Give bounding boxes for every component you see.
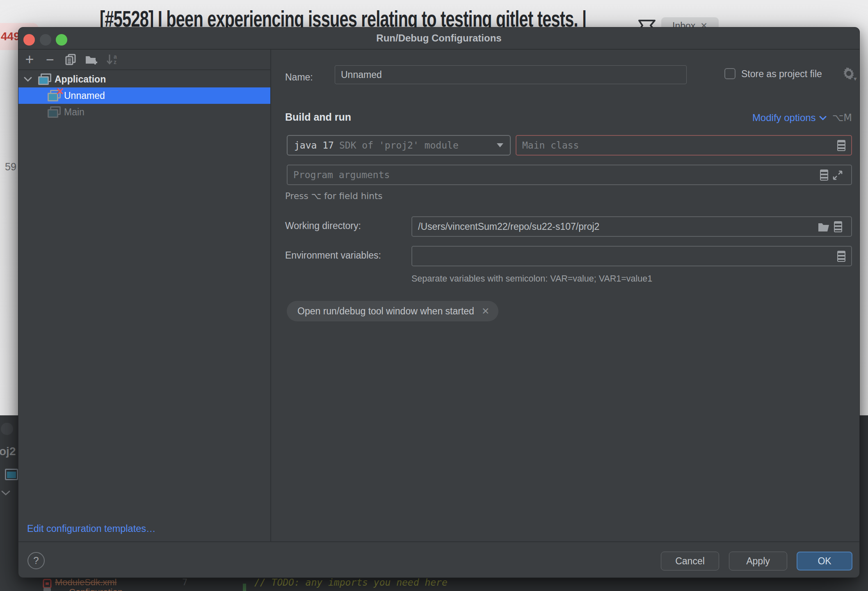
- build-and-run-heading: Build and run: [285, 111, 351, 123]
- program-arguments-input[interactable]: [287, 165, 852, 185]
- gear-chevron-icon: ▾: [854, 75, 857, 82]
- open-tool-window-tag[interactable]: Open run/debug tool window when started …: [287, 301, 498, 321]
- macros-icon[interactable]: [834, 221, 842, 232]
- application-type-icon: [38, 73, 51, 85]
- modify-options-control: Modify options ⌥M: [752, 112, 852, 124]
- project-tree-file-name[interactable]: ModuleSdk.xml: [55, 577, 116, 588]
- main-class-browse-icon[interactable]: [837, 140, 845, 151]
- store-as-project-file-label: Store as project file: [741, 66, 822, 81]
- xml-file-icon: [43, 579, 52, 589]
- cancel-button[interactable]: Cancel: [661, 552, 719, 570]
- environment-variables-browse-icon[interactable]: [837, 251, 845, 262]
- footer-divider: [18, 541, 859, 542]
- chevron-down-icon: [819, 116, 827, 120]
- ide-chevron-down-icon: [1, 490, 11, 496]
- tag-close-icon[interactable]: ✕: [482, 306, 489, 317]
- sdk-name: java 17: [294, 140, 334, 151]
- program-arguments-icons: [820, 170, 843, 181]
- dialog-title: Run/Debug Configurations: [18, 27, 859, 50]
- apply-button[interactable]: Apply: [729, 552, 787, 570]
- folder-browse-icon[interactable]: [818, 222, 830, 232]
- ok-button[interactable]: OK: [797, 552, 852, 570]
- working-directory-icons: [818, 221, 842, 232]
- field-hints-text: Press ⌥ for field hints: [285, 191, 383, 202]
- tree-item-label: Unnamed: [64, 90, 105, 101]
- application-dimmed-icon: [48, 106, 61, 118]
- gutter-line-number: 59: [5, 161, 16, 173]
- environment-variables-label: Environment variables:: [285, 250, 381, 261]
- dropdown-arrow-icon: [497, 143, 503, 147]
- help-button[interactable]: ?: [27, 552, 45, 569]
- configurations-toolbar: + − az: [18, 50, 270, 69]
- tag-label: Open run/debug tool window when started: [297, 306, 474, 317]
- editor-code-comment: // TODO: any imports you need here: [254, 577, 448, 588]
- modify-options-link[interactable]: Modify options: [752, 112, 827, 124]
- jre-sdk-select[interactable]: java 17 SDK of 'proj2' module: [287, 135, 511, 156]
- sdk-description: SDK of 'proj2' module: [339, 140, 491, 151]
- expand-field-icon[interactable]: [832, 170, 843, 181]
- field-hints-label: Press ⌥ for field hints: [285, 191, 383, 201]
- store-as-project-file-checkbox[interactable]: [724, 68, 736, 79]
- chevron-down-icon[interactable]: [23, 77, 32, 82]
- name-label: Name:: [285, 70, 313, 84]
- dialog-titlebar: Run/Debug Configurations: [18, 27, 859, 50]
- sort-configurations-button[interactable]: az: [101, 50, 122, 69]
- project-tree-item-partial: Configuration: [69, 587, 123, 591]
- tree-item-main[interactable]: Main: [18, 104, 270, 120]
- add-configuration-button[interactable]: +: [19, 50, 40, 69]
- copy-configuration-button[interactable]: [60, 50, 81, 69]
- panel-divider: [270, 50, 271, 541]
- editor-line-number: 7: [182, 577, 187, 587]
- working-directory-input[interactable]: [411, 216, 852, 237]
- application-invalid-icon: ✕: [48, 90, 61, 101]
- env-variables-hint: Separate variables with semicolon: VAR=v…: [411, 274, 652, 284]
- edit-configuration-templates-link[interactable]: Edit configuration templates…: [27, 523, 156, 534]
- notification-count: 449: [1, 30, 20, 43]
- run-debug-configurations-dialog: Run/Debug Configurations + − az Appl: [18, 27, 860, 578]
- name-input[interactable]: [335, 65, 687, 84]
- main-class-input[interactable]: [516, 135, 852, 156]
- tree-group-label: Application: [55, 74, 106, 85]
- ide-avatar-circle: [1, 423, 13, 435]
- editor-change-marker: [243, 584, 246, 591]
- toolbar-divider: [18, 69, 270, 70]
- ide-project-name-fragment: oj2: [0, 445, 16, 458]
- project-tree-item-icon: [43, 588, 51, 591]
- modify-options-label: Modify options: [752, 112, 816, 124]
- tree-item-unnamed[interactable]: ✕ Unnamed: [18, 87, 270, 104]
- modify-options-shortcut: ⌥M: [832, 112, 852, 124]
- macros-icon[interactable]: [820, 170, 828, 181]
- remove-configuration-button[interactable]: −: [40, 50, 60, 69]
- tree-item-label: Main: [64, 107, 85, 118]
- tree-group-application[interactable]: Application: [18, 71, 270, 87]
- new-folder-button[interactable]: [81, 50, 101, 69]
- ide-application-icon: [5, 469, 18, 480]
- screen: [#5528] I been experiencing issues relat…: [0, 0, 868, 591]
- ide-bottom-strip: ModuleSdk.xml 7 // TODO: any imports you…: [0, 576, 868, 591]
- environment-variables-input[interactable]: [411, 246, 852, 266]
- working-directory-label: Working directory:: [285, 220, 361, 231]
